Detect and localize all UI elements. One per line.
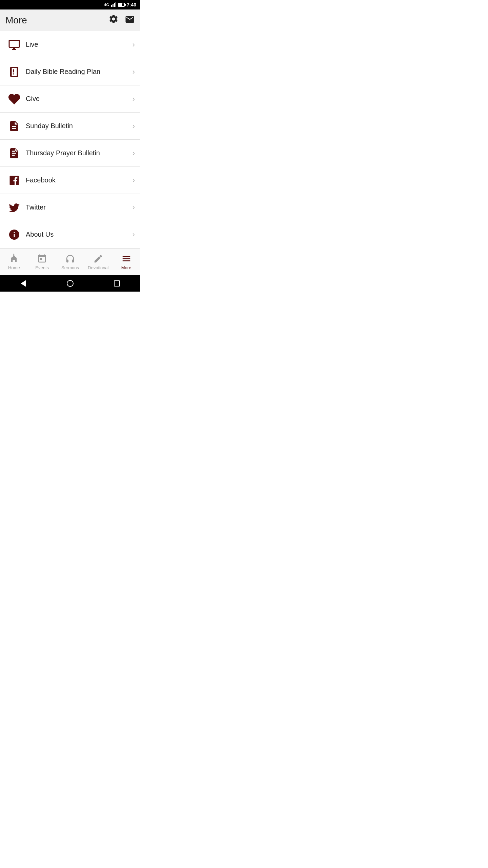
twitter-chevron: ›: [133, 203, 135, 212]
menu-lines-nav-icon: [121, 254, 131, 264]
nav-item-more[interactable]: More: [112, 249, 140, 275]
monitor-icon: [8, 39, 20, 51]
facebook-label: Facebook: [26, 176, 133, 184]
battery-icon: [118, 3, 125, 7]
svg-rect-3: [115, 2, 116, 7]
thursday-prayer-label: Thursday Prayer Bulletin: [26, 149, 133, 157]
menu-list: Live › Daily Bible Reading Plan › Give ›…: [0, 31, 140, 248]
menu-item-twitter[interactable]: Twitter ›: [0, 194, 140, 221]
live-label: Live: [26, 41, 133, 48]
document-text-icon: [8, 147, 20, 159]
menu-item-thursday-prayer[interactable]: Thursday Prayer Bulletin ›: [0, 140, 140, 167]
menu-item-live[interactable]: Live ›: [0, 31, 140, 58]
calendar-nav-icon: [37, 254, 47, 264]
headphones-nav-icon: [65, 254, 75, 264]
recents-button[interactable]: [113, 279, 121, 288]
menu-item-facebook[interactable]: Facebook ›: [0, 167, 140, 194]
sunday-bulletin-chevron: ›: [133, 122, 135, 131]
live-chevron: ›: [133, 40, 135, 49]
devotional-nav-label: Devotional: [88, 265, 108, 270]
home-button[interactable]: [66, 279, 74, 288]
signal-bars-icon: [111, 2, 116, 7]
time-display: 7:40: [127, 2, 136, 7]
bottom-nav: Home Events Sermons Devotional More: [0, 248, 140, 275]
envelope-svg: [125, 14, 135, 24]
svg-rect-2: [114, 3, 115, 7]
android-nav-bar: [0, 275, 140, 292]
status-bar: 4G 7:40: [0, 0, 140, 9]
twitter-label: Twitter: [26, 203, 133, 211]
sunday-bulletin-label: Sunday Bulletin: [26, 122, 133, 130]
sunday-bulletin-icon-wrap: [5, 120, 23, 132]
header-actions: [108, 14, 135, 26]
svg-rect-1: [113, 4, 114, 7]
nav-item-home[interactable]: Home: [0, 249, 28, 275]
sermons-nav-label: Sermons: [61, 265, 79, 270]
info-circle-icon: [8, 229, 20, 241]
signal-indicator: 4G: [104, 3, 109, 7]
thursday-prayer-icon-wrap: [5, 147, 23, 159]
svg-rect-0: [111, 5, 112, 7]
daily-bible-icon-wrap: [5, 66, 23, 78]
menu-item-sunday-bulletin[interactable]: Sunday Bulletin ›: [0, 113, 140, 140]
thursday-prayer-chevron: ›: [133, 149, 135, 158]
back-button[interactable]: [19, 279, 27, 288]
about-us-icon-wrap: [5, 229, 23, 241]
about-us-label: About Us: [26, 231, 133, 238]
nav-item-devotional[interactable]: Devotional: [84, 249, 112, 275]
twitter-icon-wrap: [5, 201, 23, 214]
facebook-chevron: ›: [133, 176, 135, 185]
facebook-icon-wrap: [5, 174, 23, 186]
facebook-icon: [8, 174, 20, 186]
book-icon: [8, 66, 20, 78]
nav-item-sermons[interactable]: Sermons: [56, 249, 84, 275]
events-nav-label: Events: [35, 265, 49, 270]
home-nav-icon: [9, 254, 19, 264]
give-icon-wrap: [5, 93, 23, 105]
page-header: More: [0, 9, 140, 31]
nav-item-events[interactable]: Events: [28, 249, 56, 275]
svg-marker-4: [11, 256, 17, 262]
menu-item-daily-bible[interactable]: Daily Bible Reading Plan ›: [0, 58, 140, 85]
daily-bible-label: Daily Bible Reading Plan: [26, 68, 133, 76]
give-chevron: ›: [133, 95, 135, 103]
about-us-chevron: ›: [133, 230, 135, 239]
daily-bible-chevron: ›: [133, 67, 135, 76]
give-label: Give: [26, 95, 133, 103]
menu-item-give[interactable]: Give ›: [0, 85, 140, 113]
message-icon[interactable]: [125, 14, 135, 26]
page-title: More: [5, 15, 27, 26]
live-icon-wrap: [5, 39, 23, 51]
document-lines-icon: [8, 120, 20, 132]
pencil-nav-icon: [93, 254, 103, 264]
home-nav-label: Home: [8, 265, 20, 270]
more-nav-label: More: [121, 265, 131, 270]
menu-item-about-us[interactable]: About Us ›: [0, 221, 140, 248]
settings-icon[interactable]: [108, 14, 119, 26]
heart-icon: [8, 93, 20, 105]
gear-svg: [108, 14, 119, 24]
twitter-icon: [8, 201, 20, 214]
